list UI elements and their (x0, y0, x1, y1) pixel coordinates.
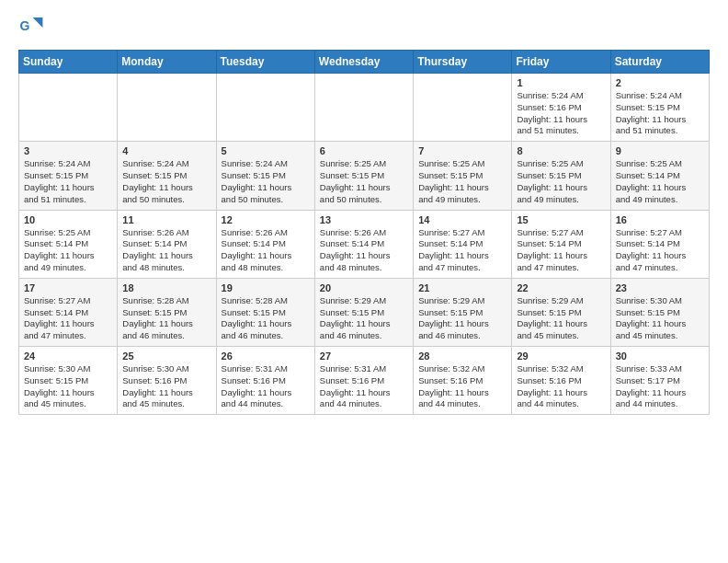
day-number: 3 (24, 145, 112, 156)
day-info: Sunrise: 5:32 AMSunset: 5:16 PMDaylight:… (418, 363, 506, 410)
day-info: Sunrise: 5:27 AMSunset: 5:14 PMDaylight:… (418, 227, 506, 274)
day-number: 16 (616, 214, 704, 225)
day-info: Sunrise: 5:28 AMSunset: 5:15 PMDaylight:… (122, 295, 210, 342)
logo-icon: G (18, 15, 44, 40)
header: G (18, 15, 710, 40)
day-number: 14 (418, 214, 506, 225)
calendar-day: 30Sunrise: 5:33 AMSunset: 5:17 PMDayligh… (610, 347, 709, 415)
calendar-day: 1Sunrise: 5:24 AMSunset: 5:16 PMDaylight… (512, 74, 610, 142)
calendar-day: 13Sunrise: 5:26 AMSunset: 5:14 PMDayligh… (314, 210, 413, 278)
day-info: Sunrise: 5:30 AMSunset: 5:16 PMDaylight:… (122, 363, 210, 410)
calendar-day: 9Sunrise: 5:25 AMSunset: 5:14 PMDaylight… (610, 142, 709, 210)
day-number: 29 (517, 350, 605, 362)
calendar-day: 24Sunrise: 5:30 AMSunset: 5:15 PMDayligh… (19, 347, 118, 415)
day-number: 20 (320, 282, 408, 293)
day-header-monday: Monday (118, 51, 216, 74)
day-header-friday: Friday (512, 51, 610, 74)
calendar-day: 22Sunrise: 5:29 AMSunset: 5:15 PMDayligh… (512, 278, 610, 346)
day-info: Sunrise: 5:27 AMSunset: 5:14 PMDaylight:… (616, 227, 704, 274)
day-number: 6 (320, 145, 408, 156)
calendar-day (216, 74, 314, 142)
day-info: Sunrise: 5:26 AMSunset: 5:14 PMDaylight:… (222, 227, 310, 274)
calendar-day: 29Sunrise: 5:32 AMSunset: 5:16 PMDayligh… (512, 347, 610, 415)
page: G SundayMondayTuesdayWednesdayThursdayFr… (0, 0, 728, 563)
day-number: 28 (418, 350, 506, 362)
day-info: Sunrise: 5:24 AMSunset: 5:16 PMDaylight:… (517, 90, 605, 137)
calendar-week-4: 17Sunrise: 5:27 AMSunset: 5:14 PMDayligh… (19, 278, 710, 346)
day-number: 30 (616, 350, 704, 362)
calendar-day: 28Sunrise: 5:32 AMSunset: 5:16 PMDayligh… (414, 347, 512, 415)
day-number: 21 (418, 282, 506, 293)
calendar-day: 7Sunrise: 5:25 AMSunset: 5:15 PMDaylight… (414, 142, 512, 210)
day-info: Sunrise: 5:24 AMSunset: 5:15 PMDaylight:… (616, 90, 704, 137)
calendar-day: 18Sunrise: 5:28 AMSunset: 5:15 PMDayligh… (118, 278, 216, 346)
calendar-week-5: 24Sunrise: 5:30 AMSunset: 5:15 PMDayligh… (19, 347, 710, 415)
calendar-day: 16Sunrise: 5:27 AMSunset: 5:14 PMDayligh… (610, 210, 709, 278)
day-number: 23 (616, 282, 704, 293)
day-number: 25 (122, 350, 210, 362)
calendar-day: 10Sunrise: 5:25 AMSunset: 5:14 PMDayligh… (19, 210, 118, 278)
day-number: 24 (24, 350, 112, 362)
day-number: 22 (517, 282, 605, 293)
day-info: Sunrise: 5:24 AMSunset: 5:15 PMDaylight:… (24, 158, 112, 205)
day-number: 7 (418, 145, 506, 156)
logo: G (18, 15, 48, 40)
day-info: Sunrise: 5:25 AMSunset: 5:15 PMDaylight:… (320, 158, 408, 205)
day-info: Sunrise: 5:31 AMSunset: 5:16 PMDaylight:… (320, 363, 408, 410)
calendar-day: 15Sunrise: 5:27 AMSunset: 5:14 PMDayligh… (512, 210, 610, 278)
day-info: Sunrise: 5:30 AMSunset: 5:15 PMDaylight:… (616, 295, 704, 342)
day-header-tuesday: Tuesday (216, 51, 314, 74)
day-number: 9 (616, 145, 704, 156)
calendar-day: 25Sunrise: 5:30 AMSunset: 5:16 PMDayligh… (118, 347, 216, 415)
day-number: 26 (222, 350, 310, 362)
calendar-day (118, 74, 216, 142)
calendar-day: 20Sunrise: 5:29 AMSunset: 5:15 PMDayligh… (314, 278, 413, 346)
calendar-day (314, 74, 413, 142)
calendar-week-3: 10Sunrise: 5:25 AMSunset: 5:14 PMDayligh… (19, 210, 710, 278)
calendar-day: 12Sunrise: 5:26 AMSunset: 5:14 PMDayligh… (216, 210, 314, 278)
calendar-week-1: 1Sunrise: 5:24 AMSunset: 5:16 PMDaylight… (19, 74, 710, 142)
calendar-day: 17Sunrise: 5:27 AMSunset: 5:14 PMDayligh… (19, 278, 118, 346)
calendar-day: 26Sunrise: 5:31 AMSunset: 5:16 PMDayligh… (216, 347, 314, 415)
calendar-day: 4Sunrise: 5:24 AMSunset: 5:15 PMDaylight… (118, 142, 216, 210)
calendar-week-2: 3Sunrise: 5:24 AMSunset: 5:15 PMDaylight… (19, 142, 710, 210)
day-number: 2 (616, 77, 704, 88)
day-info: Sunrise: 5:25 AMSunset: 5:14 PMDaylight:… (616, 158, 704, 205)
calendar-day: 6Sunrise: 5:25 AMSunset: 5:15 PMDaylight… (314, 142, 413, 210)
calendar-day: 21Sunrise: 5:29 AMSunset: 5:15 PMDayligh… (414, 278, 512, 346)
svg-text:G: G (20, 18, 30, 33)
day-number: 5 (222, 145, 310, 156)
day-number: 27 (320, 350, 408, 362)
day-info: Sunrise: 5:26 AMSunset: 5:14 PMDaylight:… (320, 227, 408, 274)
day-info: Sunrise: 5:29 AMSunset: 5:15 PMDaylight:… (418, 295, 506, 342)
calendar-day (414, 74, 512, 142)
day-header-wednesday: Wednesday (314, 51, 413, 74)
day-info: Sunrise: 5:24 AMSunset: 5:15 PMDaylight:… (222, 158, 310, 205)
day-number: 18 (122, 282, 210, 293)
calendar-day: 8Sunrise: 5:25 AMSunset: 5:15 PMDaylight… (512, 142, 610, 210)
day-number: 15 (517, 214, 605, 225)
day-info: Sunrise: 5:24 AMSunset: 5:15 PMDaylight:… (122, 158, 210, 205)
calendar-day: 5Sunrise: 5:24 AMSunset: 5:15 PMDaylight… (216, 142, 314, 210)
day-header-saturday: Saturday (610, 51, 709, 74)
day-header-thursday: Thursday (414, 51, 512, 74)
day-number: 17 (24, 282, 112, 293)
day-info: Sunrise: 5:26 AMSunset: 5:14 PMDaylight:… (122, 227, 210, 274)
day-info: Sunrise: 5:29 AMSunset: 5:15 PMDaylight:… (320, 295, 408, 342)
day-info: Sunrise: 5:30 AMSunset: 5:15 PMDaylight:… (24, 363, 112, 410)
day-info: Sunrise: 5:29 AMSunset: 5:15 PMDaylight:… (517, 295, 605, 342)
day-info: Sunrise: 5:27 AMSunset: 5:14 PMDaylight:… (517, 227, 605, 274)
calendar: SundayMondayTuesdayWednesdayThursdayFrid… (18, 50, 710, 415)
calendar-header-row: SundayMondayTuesdayWednesdayThursdayFrid… (19, 51, 710, 74)
calendar-day: 19Sunrise: 5:28 AMSunset: 5:15 PMDayligh… (216, 278, 314, 346)
day-number: 1 (517, 77, 605, 88)
calendar-day: 14Sunrise: 5:27 AMSunset: 5:14 PMDayligh… (414, 210, 512, 278)
day-info: Sunrise: 5:28 AMSunset: 5:15 PMDaylight:… (222, 295, 310, 342)
day-number: 11 (122, 214, 210, 225)
day-info: Sunrise: 5:32 AMSunset: 5:16 PMDaylight:… (517, 363, 605, 410)
day-info: Sunrise: 5:25 AMSunset: 5:15 PMDaylight:… (517, 158, 605, 205)
calendar-day: 11Sunrise: 5:26 AMSunset: 5:14 PMDayligh… (118, 210, 216, 278)
day-info: Sunrise: 5:27 AMSunset: 5:14 PMDaylight:… (24, 295, 112, 342)
day-number: 10 (24, 214, 112, 225)
day-number: 13 (320, 214, 408, 225)
